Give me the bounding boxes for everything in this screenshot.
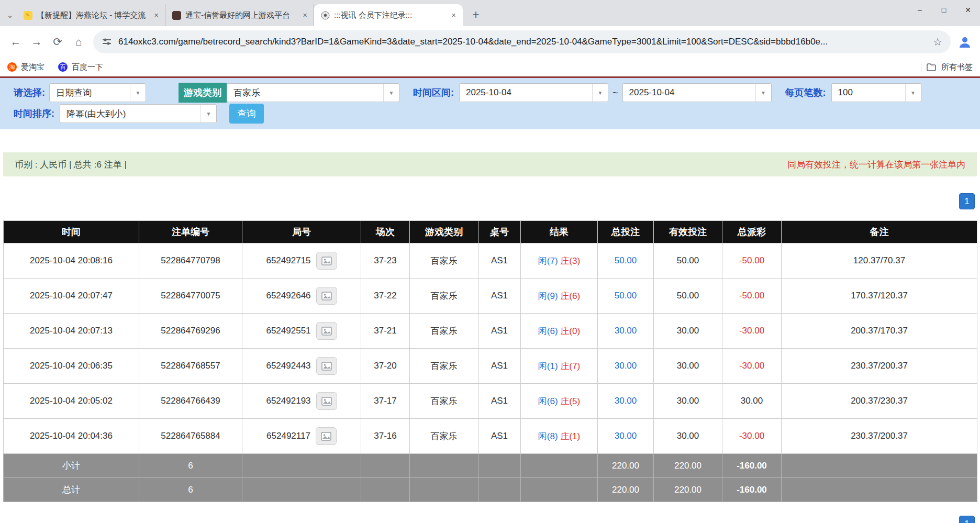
screenshot-icon[interactable] bbox=[316, 252, 337, 270]
sort-label: 时间排序: bbox=[14, 107, 54, 120]
empty-cell bbox=[478, 454, 521, 478]
cell-session: 37-20 bbox=[361, 349, 410, 384]
header-remark: 备注 bbox=[782, 221, 977, 243]
cell-remark: 200.37/170.37 bbox=[782, 314, 977, 349]
total-bet-link[interactable]: 30.00 bbox=[615, 396, 637, 406]
header-payout: 总派彩 bbox=[722, 221, 782, 243]
header-valid-bet: 有效投注 bbox=[654, 221, 722, 243]
pagination-top: 1 bbox=[5, 193, 975, 209]
total-bet-link[interactable]: 50.00 bbox=[615, 291, 637, 301]
empty-cell bbox=[782, 478, 977, 502]
cell-payout: -30.00 bbox=[722, 314, 782, 349]
empty-cell bbox=[782, 454, 977, 478]
tab3-favicon-ball-icon bbox=[320, 10, 330, 20]
folder-icon bbox=[927, 63, 936, 71]
result-player: 闲(8) bbox=[538, 431, 558, 441]
profile-avatar-icon[interactable] bbox=[955, 32, 975, 52]
screenshot-icon[interactable] bbox=[316, 392, 337, 410]
pagination-bottom: 1 bbox=[959, 516, 975, 523]
back-icon[interactable]: ← bbox=[5, 31, 26, 52]
bookmark-label: 百度一下 bbox=[72, 62, 103, 72]
total-bet-link[interactable]: 30.00 bbox=[615, 431, 637, 441]
cell-total-bet: 30.00 bbox=[598, 349, 654, 384]
page-size-value: 100 bbox=[838, 87, 853, 98]
pagination-page-1[interactable]: 1 bbox=[959, 193, 975, 209]
home-icon[interactable]: ⌂ bbox=[68, 31, 89, 52]
cell-valid-bet: 30.00 bbox=[654, 419, 722, 454]
cell-payout: 30.00 bbox=[722, 384, 782, 419]
bet-record-table: 时间 注单编号 局号 场次 游戏类别 桌号 结果 总投注 有效投注 总派彩 备注… bbox=[3, 220, 977, 502]
cell-table-no: AS1 bbox=[478, 384, 521, 419]
minimize-button[interactable]: – bbox=[908, 0, 932, 20]
query-type-select[interactable]: 日期查询 ▼ bbox=[49, 83, 146, 102]
cell-valid-bet: 50.00 bbox=[654, 279, 722, 314]
game-type-select[interactable]: 百家乐 ▼ bbox=[227, 83, 399, 102]
subtotal-payout: -160.00 bbox=[722, 454, 782, 478]
result-player: 闲(9) bbox=[538, 291, 558, 301]
tab-bet-record-active[interactable]: :::视讯 会员下注纪录::: × bbox=[314, 4, 463, 26]
header-table-no: 桌号 bbox=[478, 221, 521, 243]
filter-panel: 请选择: 日期查询 ▼ 游戏类别 百家乐 ▼ 时间区间: 2025-10-04 … bbox=[0, 78, 980, 129]
screenshot-icon[interactable] bbox=[316, 427, 337, 445]
query-type-value: 日期查询 bbox=[56, 87, 92, 99]
search-button[interactable]: 查询 bbox=[229, 104, 264, 124]
refresh-icon[interactable]: ⟳ bbox=[47, 31, 68, 52]
table-row: 2025-10-04 20:08:16 522864770798 6524927… bbox=[4, 243, 977, 279]
close-tab-icon[interactable]: × bbox=[151, 10, 161, 20]
subtotal-valid-bet: 220.00 bbox=[654, 454, 722, 478]
total-bet-link[interactable]: 30.00 bbox=[615, 326, 637, 336]
new-tab-button[interactable]: + bbox=[467, 6, 485, 24]
pagination-page-1-bottom[interactable]: 1 bbox=[959, 516, 975, 523]
date-end-input[interactable]: 2025-10-04 ▼ bbox=[622, 83, 772, 102]
chevron-down-icon[interactable]: ⌄ bbox=[3, 4, 17, 26]
cell-table-no: AS1 bbox=[478, 243, 521, 279]
screenshot-icon[interactable] bbox=[316, 357, 337, 375]
result-banker: 庄(7) bbox=[560, 361, 580, 371]
close-tab-icon[interactable]: × bbox=[300, 10, 310, 20]
bookmark-star-icon[interactable]: ☆ bbox=[933, 36, 942, 48]
header-game: 游戏类别 bbox=[410, 221, 478, 243]
tab-haiyan-forum[interactable]: ✎ 【新提醒】海燕论坛 - 博学交流 × bbox=[17, 4, 165, 26]
empty-cell bbox=[410, 454, 478, 478]
subtotal-total-bet: 220.00 bbox=[598, 454, 654, 478]
header-total-bet: 总投注 bbox=[598, 221, 654, 243]
forward-icon[interactable]: → bbox=[26, 31, 47, 52]
filter-row-1: 请选择: 日期查询 ▼ 游戏类别 百家乐 ▼ 时间区间: 2025-10-04 … bbox=[14, 82, 980, 103]
maximize-button[interactable]: □ bbox=[932, 0, 956, 20]
all-bookmarks[interactable]: 所有书签 bbox=[921, 62, 973, 72]
bookmarks-bar: 淘 爱淘宝 百 百度一下 所有书签 bbox=[0, 58, 980, 76]
close-tab-icon[interactable]: × bbox=[449, 10, 459, 20]
header-bet-id: 注单编号 bbox=[139, 221, 242, 243]
total-bet-link[interactable]: 50.00 bbox=[615, 255, 637, 265]
cell-round: 652492646 bbox=[242, 279, 361, 314]
cell-result: 闲(7) 庄(3) bbox=[521, 243, 598, 279]
sort-value: 降幂(由大到小) bbox=[66, 108, 126, 120]
tab-tongbao[interactable]: 通宝-信誉最好的网上游戏平台 × bbox=[165, 4, 314, 26]
page-size-select[interactable]: 100 ▼ bbox=[831, 83, 921, 102]
site-controls-icon[interactable] bbox=[102, 37, 112, 47]
address-bar[interactable]: 614oxkc3.com/game/betrecord_search/kind3… bbox=[93, 30, 951, 53]
header-session: 场次 bbox=[361, 221, 410, 243]
cell-remark: 170.37/120.37 bbox=[782, 279, 977, 314]
cell-session: 37-16 bbox=[361, 419, 410, 454]
cell-session: 37-22 bbox=[361, 279, 410, 314]
url-text[interactable]: 614oxkc3.com/game/betrecord_search/kind3… bbox=[118, 37, 927, 47]
close-window-button[interactable]: ✕ bbox=[956, 0, 980, 20]
tab-title: 【新提醒】海燕论坛 - 博学交流 bbox=[37, 10, 147, 20]
cell-round: 652492551 bbox=[242, 314, 361, 349]
bookmark-taobao[interactable]: 淘 爱淘宝 bbox=[7, 62, 44, 72]
screenshot-icon[interactable] bbox=[316, 287, 337, 305]
empty-cell bbox=[410, 478, 478, 502]
chevron-down-icon: ▼ bbox=[592, 84, 608, 102]
total-bet-link[interactable]: 30.00 bbox=[615, 361, 637, 371]
bookmark-baidu[interactable]: 百 百度一下 bbox=[58, 62, 103, 72]
currency-summary-text: 币别 : 人民币 | 总共 :6 注单 | bbox=[15, 159, 127, 171]
screenshot-icon[interactable] bbox=[316, 322, 337, 340]
date-start-input[interactable]: 2025-10-04 ▼ bbox=[459, 83, 608, 102]
cell-round: 652492193 bbox=[242, 384, 361, 419]
round-number: 652492646 bbox=[266, 291, 310, 301]
sort-select[interactable]: 降幂(由大到小) ▼ bbox=[60, 104, 217, 123]
cell-remark: 200.37/230.37 bbox=[782, 384, 977, 419]
total-total-bet: 220.00 bbox=[598, 478, 654, 502]
valid-bet-notice-text: 同局有效投注，统一计算在该局第一张注单内 bbox=[787, 159, 965, 171]
